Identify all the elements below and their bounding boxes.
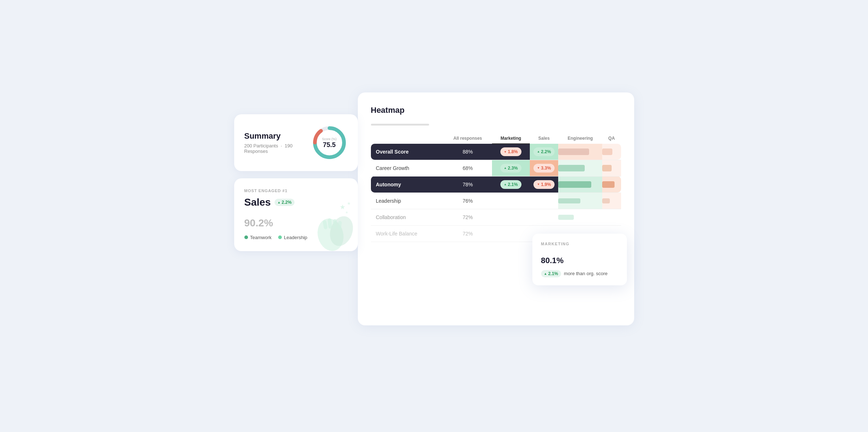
cell-bar [602, 181, 614, 188]
cell-pill-down: 1.8% [500, 147, 521, 156]
svg-text:★: ★ [340, 203, 345, 211]
heatmap-cell[interactable] [602, 176, 621, 193]
row-label: Career Growth [371, 160, 444, 176]
heatmap-cell[interactable]: 2.3% [492, 160, 530, 176]
heatmap-cell[interactable]: 1.9% [530, 176, 559, 193]
heatmap-cell[interactable] [602, 160, 621, 176]
teamwork-dot [244, 235, 248, 239]
hands-illustration: ★ ★ ★ [305, 198, 358, 251]
heatmap-cell[interactable] [558, 160, 602, 176]
cell-bar [602, 165, 612, 171]
col-all-responses[interactable]: All responses [444, 133, 492, 144]
heatmap-cell[interactable] [558, 209, 602, 225]
heatmap-table: All responses Marketing Sales Engineerin… [371, 133, 621, 242]
heatmap-cell[interactable] [492, 225, 530, 242]
engaged-badge: 2.2% [275, 199, 295, 206]
row-score: 68% [444, 160, 492, 176]
summary-title: Summary [244, 131, 311, 141]
row-label: Autonomy [371, 177, 444, 193]
heatmap-cell[interactable] [558, 193, 602, 209]
score-label: Score (%) [322, 137, 336, 140]
heatmap-cell[interactable] [602, 193, 621, 209]
tooltip-badge: 2.1% [541, 270, 561, 277]
heatmap-card: Heatmap All responses Marketing Sales En… [358, 92, 634, 325]
row-label: Leadership [371, 193, 444, 209]
heatmap-cell[interactable] [602, 144, 621, 160]
heatmap-cell[interactable] [530, 193, 559, 209]
heatmap-cell[interactable] [558, 176, 602, 193]
engaged-label: MOST ENGAGED #1 [244, 189, 348, 193]
cell-pill-up: 2.3% [500, 164, 521, 173]
row-score: 78% [444, 177, 492, 193]
engaged-dept: Sales [244, 197, 271, 208]
tooltip-change-text: more than org. score [564, 271, 608, 276]
cell-pill-up: 2.2% [533, 147, 555, 156]
engaged-card: MOST ENGAGED #1 Sales 2.2% 90.2% Teamwor… [234, 178, 358, 251]
col-sales[interactable]: Sales [530, 133, 559, 144]
col-engineering[interactable]: Engineering [558, 133, 602, 144]
col-marketing[interactable]: Marketing [492, 133, 530, 144]
cell-pill-down: 3.3% [533, 164, 555, 173]
legend-leadership: Leadership [278, 235, 307, 240]
legend-teamwork: Teamwork [244, 235, 272, 240]
cell-bar [558, 198, 580, 203]
tooltip-change: 2.1% more than org. score [541, 270, 618, 277]
leadership-dot [278, 235, 282, 239]
cursor [496, 198, 501, 205]
heatmap-cell[interactable]: 3.3% [530, 160, 559, 176]
summary-text: Summary 200 Participants · 190 Responses [244, 131, 311, 154]
cell-bar [602, 148, 612, 155]
table-row: Collaboration 72% [371, 209, 621, 225]
heatmap-title: Heatmap [371, 106, 621, 115]
summary-stats: 200 Participants · 190 Responses [244, 143, 311, 154]
row-score: 76% [444, 193, 492, 209]
cell-bar [602, 198, 610, 203]
row-score: 88% [444, 144, 492, 160]
heatmap-cell[interactable] [602, 209, 621, 225]
heatmap-cell[interactable]: 2.2% [530, 144, 559, 160]
heatmap-cell[interactable] [558, 144, 602, 160]
heatmap-tooltip: MARKETING 80.1% 2.1% more than org. scor… [532, 234, 627, 285]
table-row: Career Growth 68% 2.3% 3.3% [371, 160, 621, 176]
heatmap-cell[interactable]: 2.1% [492, 176, 530, 193]
svg-rect-7 [333, 219, 337, 229]
cell-bar [558, 215, 573, 220]
row-score: 72% [444, 209, 492, 225]
score-donut: Score (%) 75.5 [311, 124, 348, 161]
tooltip-dept: MARKETING [541, 242, 618, 246]
cell-pill-down: 1.9% [533, 180, 555, 189]
svg-text:★: ★ [345, 210, 348, 214]
tooltip-score: 80.1% [541, 250, 618, 266]
col-header-label [371, 133, 444, 144]
table-row: Autonomy 78% 2.1% 1.9% [371, 176, 621, 193]
row-label: Work-Life Balance [371, 226, 444, 242]
heatmap-cell[interactable] [492, 209, 530, 225]
cell-bar [558, 181, 591, 188]
table-row: Overall Score 88% 1.8% 2.2% [371, 144, 621, 160]
row-label: Collaboration [371, 209, 444, 225]
scroll-hint[interactable] [371, 124, 429, 126]
summary-card: Summary 200 Participants · 190 Responses [234, 114, 358, 171]
cell-bar [558, 148, 589, 155]
cell-bar [558, 165, 584, 171]
row-label: Overall Score [371, 144, 444, 160]
row-score: 72% [444, 226, 492, 242]
score-value: 75.5 [323, 141, 336, 148]
svg-text:★: ★ [347, 201, 351, 206]
heatmap-cell[interactable]: 1.8% [492, 144, 530, 160]
heatmap-cell[interactable] [530, 209, 559, 225]
cell-pill-up: 2.1% [500, 180, 521, 189]
col-qa[interactable]: QA [602, 133, 621, 144]
